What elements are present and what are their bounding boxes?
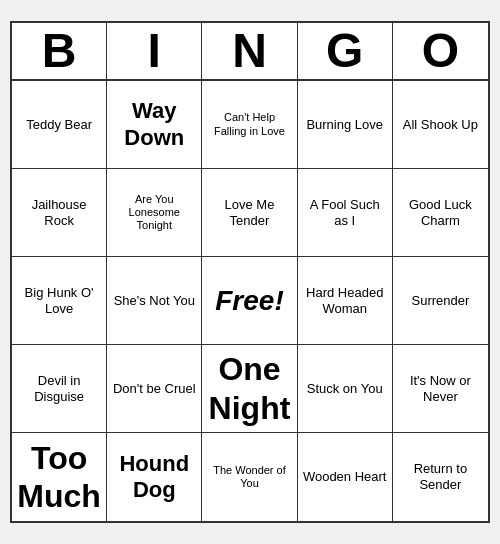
- header-letter-b: B: [12, 23, 107, 79]
- bingo-card: BINGO Teddy BearWay DownCan't Help Falli…: [10, 21, 490, 523]
- header-letter-o: O: [393, 23, 488, 79]
- bingo-cell-7: Love Me Tender: [202, 169, 297, 257]
- bingo-cell-6: Are You Lonesome Tonight: [107, 169, 202, 257]
- bingo-cell-20: Too Much: [12, 433, 107, 521]
- bingo-cell-17: One Night: [202, 345, 297, 433]
- header-letter-g: G: [298, 23, 393, 79]
- bingo-cell-11: She's Not You: [107, 257, 202, 345]
- bingo-cell-9: Good Luck Charm: [393, 169, 488, 257]
- bingo-cell-13: Hard Headed Woman: [298, 257, 393, 345]
- bingo-cell-10: Big Hunk O' Love: [12, 257, 107, 345]
- bingo-cell-16: Don't be Cruel: [107, 345, 202, 433]
- bingo-cell-5: Jailhouse Rock: [12, 169, 107, 257]
- bingo-cell-12: Free!: [202, 257, 297, 345]
- bingo-cell-2: Can't Help Falling in Love: [202, 81, 297, 169]
- bingo-cell-8: A Fool Such as I: [298, 169, 393, 257]
- bingo-cell-0: Teddy Bear: [12, 81, 107, 169]
- bingo-cell-18: Stuck on You: [298, 345, 393, 433]
- bingo-cell-1: Way Down: [107, 81, 202, 169]
- bingo-cell-3: Burning Love: [298, 81, 393, 169]
- bingo-cell-14: Surrender: [393, 257, 488, 345]
- bingo-cell-21: Hound Dog: [107, 433, 202, 521]
- bingo-cell-4: All Shook Up: [393, 81, 488, 169]
- header-letter-i: I: [107, 23, 202, 79]
- bingo-grid: Teddy BearWay DownCan't Help Falling in …: [12, 81, 488, 521]
- bingo-cell-19: It's Now or Never: [393, 345, 488, 433]
- bingo-cell-15: Devil in Disguise: [12, 345, 107, 433]
- bingo-cell-22: The Wonder of You: [202, 433, 297, 521]
- bingo-cell-24: Return to Sender: [393, 433, 488, 521]
- bingo-cell-23: Wooden Heart: [298, 433, 393, 521]
- header-letter-n: N: [202, 23, 297, 79]
- bingo-header: BINGO: [12, 23, 488, 81]
